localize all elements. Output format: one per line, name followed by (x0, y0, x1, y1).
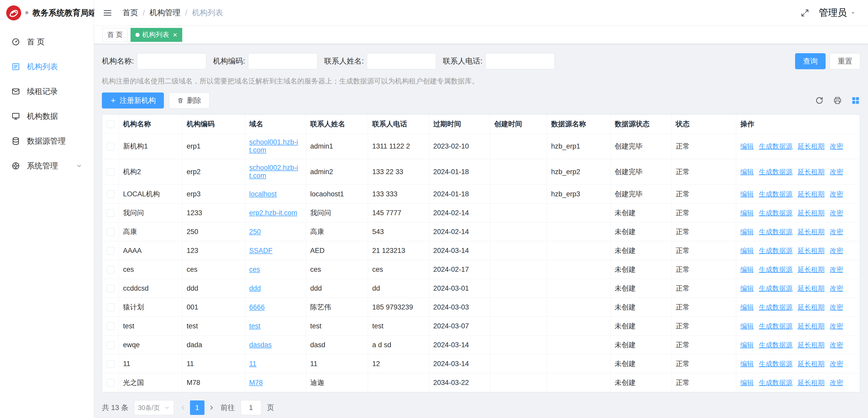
action-change-password-link[interactable]: 改密 (830, 209, 843, 217)
domain-link[interactable]: ces (249, 265, 260, 273)
action-change-password-link[interactable]: 改密 (830, 247, 843, 254)
row-checkbox[interactable] (107, 341, 115, 349)
action-change-password-link[interactable]: 改密 (830, 322, 843, 330)
delete-button[interactable]: 删除 (169, 93, 209, 108)
row-checkbox[interactable] (107, 142, 115, 150)
view-tab-org-list[interactable]: 机构列表× (130, 28, 182, 42)
row-checkbox[interactable] (107, 190, 115, 198)
action-change-password-link[interactable]: 改密 (830, 190, 843, 198)
row-checkbox[interactable] (107, 168, 115, 176)
domain-link[interactable]: localhost (249, 190, 277, 198)
print-icon[interactable] (833, 96, 842, 105)
action-extend-lease-link[interactable]: 延长租期 (798, 303, 825, 311)
select-all-checkbox[interactable] (107, 120, 115, 128)
sidebar-item-system-management[interactable]: 系统管理 (0, 154, 94, 178)
search-button[interactable]: 查询 (795, 53, 826, 69)
action-change-password-link[interactable]: 改密 (830, 265, 843, 273)
domain-link[interactable]: school001.hzb-it.com (249, 138, 298, 154)
action-edit-link[interactable]: 编辑 (740, 168, 754, 176)
action-generate-datasource-link[interactable]: 生成数据源 (759, 142, 793, 150)
domain-link[interactable]: school002.hzb-it.com (249, 164, 298, 180)
domain-link[interactable]: 250 (249, 228, 261, 236)
next-page-icon[interactable] (208, 404, 215, 411)
action-change-password-link[interactable]: 改密 (830, 228, 843, 236)
action-extend-lease-link[interactable]: 延长租期 (798, 228, 825, 236)
hamburger-icon[interactable] (94, 0, 121, 26)
action-generate-datasource-link[interactable]: 生成数据源 (759, 168, 793, 176)
action-generate-datasource-link[interactable]: 生成数据源 (759, 341, 793, 349)
action-extend-lease-link[interactable]: 延长租期 (798, 168, 825, 176)
action-edit-link[interactable]: 编辑 (740, 190, 754, 198)
action-change-password-link[interactable]: 改密 (830, 341, 843, 349)
row-checkbox[interactable] (107, 285, 115, 292)
goto-page-input[interactable] (241, 400, 261, 415)
row-checkbox[interactable] (107, 322, 115, 330)
action-generate-datasource-link[interactable]: 生成数据源 (759, 379, 793, 386)
row-checkbox[interactable] (107, 247, 115, 255)
action-edit-link[interactable]: 编辑 (740, 379, 754, 386)
contact-name-input[interactable] (367, 53, 436, 69)
breadcrumb-org-management[interactable]: 机构管理 (149, 7, 180, 18)
fullscreen-icon[interactable] (800, 8, 810, 18)
domain-link[interactable]: 6666 (249, 303, 265, 311)
action-generate-datasource-link[interactable]: 生成数据源 (759, 303, 793, 311)
action-edit-link[interactable]: 编辑 (740, 209, 754, 217)
action-extend-lease-link[interactable]: 延长租期 (798, 190, 825, 198)
sidebar-item-org-data[interactable]: 机构数据 (0, 104, 94, 129)
sidebar-item-org-list[interactable]: 机构列表 (0, 54, 94, 79)
sidebar-item-home[interactable]: 首 页 (0, 29, 94, 54)
domain-link[interactable]: SSADF (249, 247, 273, 254)
action-edit-link[interactable]: 编辑 (740, 142, 754, 150)
domain-link[interactable]: erp2.hzb-it.com (249, 209, 297, 217)
breadcrumb-home[interactable]: 首页 (123, 7, 138, 18)
action-edit-link[interactable]: 编辑 (740, 228, 754, 236)
view-tab-home[interactable]: 首 页 (102, 28, 127, 42)
user-menu[interactable]: 管理员 (819, 6, 857, 19)
action-generate-datasource-link[interactable]: 生成数据源 (759, 360, 793, 367)
domain-link[interactable]: 11 (249, 360, 256, 367)
action-edit-link[interactable]: 编辑 (740, 322, 754, 330)
register-org-button[interactable]: 注册新机构 (102, 93, 164, 108)
action-generate-datasource-link[interactable]: 生成数据源 (759, 284, 793, 292)
action-generate-datasource-link[interactable]: 生成数据源 (759, 322, 793, 330)
action-change-password-link[interactable]: 改密 (830, 360, 843, 367)
action-edit-link[interactable]: 编辑 (740, 341, 754, 349)
refresh-icon[interactable] (815, 96, 824, 105)
domain-link[interactable]: dasdas (249, 341, 272, 349)
action-extend-lease-link[interactable]: 延长租期 (798, 379, 825, 386)
domain-link[interactable]: M78 (249, 379, 263, 386)
action-edit-link[interactable]: 编辑 (740, 360, 754, 367)
action-extend-lease-link[interactable]: 延长租期 (798, 247, 825, 254)
org-code-input[interactable] (248, 53, 317, 69)
row-checkbox[interactable] (107, 228, 115, 236)
action-edit-link[interactable]: 编辑 (740, 284, 754, 292)
row-checkbox[interactable] (107, 379, 115, 387)
prev-page-icon[interactable] (180, 404, 186, 411)
action-change-password-link[interactable]: 改密 (830, 379, 843, 386)
row-checkbox[interactable] (107, 303, 115, 311)
action-generate-datasource-link[interactable]: 生成数据源 (759, 190, 793, 198)
action-generate-datasource-link[interactable]: 生成数据源 (759, 228, 793, 236)
action-change-password-link[interactable]: 改密 (830, 168, 843, 176)
domain-link[interactable]: ddd (249, 284, 261, 292)
action-generate-datasource-link[interactable]: 生成数据源 (759, 265, 793, 273)
row-checkbox[interactable] (107, 209, 115, 217)
action-extend-lease-link[interactable]: 延长租期 (798, 284, 825, 292)
action-edit-link[interactable]: 编辑 (740, 265, 754, 273)
row-checkbox[interactable] (107, 266, 115, 274)
action-change-password-link[interactable]: 改密 (830, 284, 843, 292)
sidebar-item-renewal-records[interactable]: 续租记录 (0, 79, 94, 104)
action-extend-lease-link[interactable]: 延长租期 (798, 265, 825, 273)
action-change-password-link[interactable]: 改密 (830, 303, 843, 311)
sidebar-item-datasource-management[interactable]: 数据源管理 (0, 129, 94, 154)
contact-phone-input[interactable] (486, 53, 555, 69)
action-extend-lease-link[interactable]: 延长租期 (798, 322, 825, 330)
action-extend-lease-link[interactable]: 延长租期 (798, 341, 825, 349)
action-edit-link[interactable]: 编辑 (740, 247, 754, 254)
page-size-select[interactable]: 30条/页 (134, 400, 174, 415)
action-change-password-link[interactable]: 改密 (830, 142, 843, 150)
row-checkbox[interactable] (107, 360, 115, 368)
page-number-button[interactable]: 1 (190, 400, 205, 415)
column-setting-grid-icon[interactable] (851, 96, 860, 105)
close-tab-icon[interactable]: × (173, 31, 177, 39)
